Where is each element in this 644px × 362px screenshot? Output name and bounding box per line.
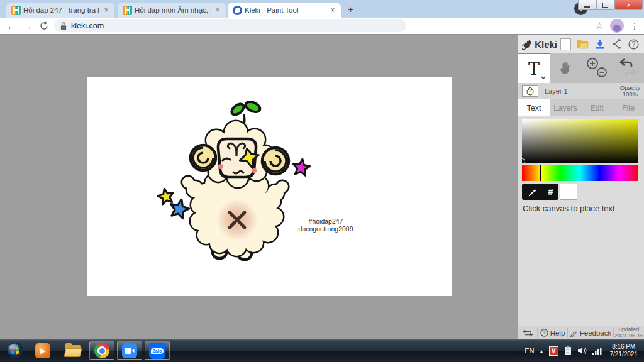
back-button[interactable]: ←	[5, 19, 18, 32]
help-label: Help	[550, 329, 565, 337]
explorer-folder-icon	[65, 345, 80, 356]
open-file-button[interactable]	[574, 36, 591, 52]
tab-title: Hỏi đáp 247 - trang tra loi	[23, 6, 99, 14]
opacity-value: 100%	[623, 90, 638, 97]
text-tool-letter: T	[528, 60, 540, 77]
forward-button[interactable]: →	[21, 19, 34, 32]
current-color-swatch[interactable]	[560, 184, 577, 200]
tab-separator	[116, 5, 116, 14]
tab-hoidap247[interactable]: Hỏi đáp 247 - trang tra loi ×	[6, 3, 114, 18]
hex-input-icon[interactable]: #	[548, 187, 553, 197]
updated-label: updated	[619, 326, 640, 332]
tab-edit[interactable]: Edit	[581, 99, 613, 116]
browser-menu-icon[interactable]: ⋮	[630, 21, 639, 31]
swap-ui-button[interactable]	[518, 329, 537, 337]
tool-row: T	[518, 53, 644, 83]
tab-close-icon[interactable]: ×	[213, 6, 222, 14]
window-controls: ×	[578, 0, 643, 10]
language-indicator[interactable]: EN	[525, 347, 534, 354]
eyedropper-icon[interactable]	[528, 187, 537, 197]
tab-title: Kleki - Paint Tool	[245, 6, 326, 14]
layer-thumbnail[interactable]	[522, 85, 538, 97]
drawing-canvas[interactable]: #hoidap247 docngoctrang2009	[87, 77, 452, 296]
zalo-taskbar-button[interactable]: Zalo	[145, 341, 170, 360]
help-circle-icon: ?	[540, 329, 548, 337]
tab-layers[interactable]: Layers	[550, 99, 581, 116]
updated-info: updated 2021-06-16	[614, 327, 644, 339]
kleki-logo-text: Kleki	[535, 39, 557, 50]
zoom-out-icon[interactable]	[597, 68, 606, 77]
hue-slider[interactable]	[522, 165, 638, 181]
media-player-button[interactable]: ▶	[30, 341, 55, 360]
sheep-drawing: #hoidap247 docngoctrang2009	[87, 77, 452, 296]
chrome-taskbar-button[interactable]	[89, 341, 114, 360]
tab-text[interactable]: Text	[518, 99, 550, 116]
share-button[interactable]	[608, 36, 625, 52]
layer-name: Layer 1	[545, 87, 620, 95]
address-bar[interactable]: kleki.com	[54, 19, 406, 32]
clock-date: 7/21/2021	[610, 351, 638, 358]
window-close-button[interactable]: ×	[614, 0, 643, 10]
speaker-icon[interactable]	[577, 346, 587, 355]
tab-kleki-active[interactable]: Kleki - Paint Tool ×	[228, 3, 341, 18]
zoom-app-icon	[122, 343, 137, 358]
vietkey-tray-icon[interactable]: V	[549, 346, 558, 356]
tab-close-icon[interactable]: ×	[102, 6, 111, 14]
undo-redo-button[interactable]	[613, 53, 644, 83]
window-minimize-button[interactable]	[578, 0, 596, 10]
canvas-caption-line1: #hoidap247	[309, 217, 343, 225]
reload-button[interactable]	[38, 19, 50, 32]
taskbar-clock[interactable]: 8:16 PM 7/21/2021	[608, 343, 641, 358]
close-icon: ×	[626, 1, 630, 9]
feedback-pencil-icon	[570, 329, 578, 337]
zoom-taskbar-button[interactable]	[117, 341, 142, 360]
kleki-header: Kleki ?	[518, 35, 644, 53]
bookmark-star-icon[interactable]: ☆	[596, 20, 604, 31]
help-button[interactable]: ?	[625, 36, 642, 52]
save-download-button[interactable]	[591, 36, 608, 52]
saturation-value-picker[interactable]	[522, 119, 638, 163]
tray-chevron-up-icon[interactable]: ▲	[540, 349, 544, 353]
share-icon	[612, 38, 622, 50]
text-tool-button[interactable]: T	[518, 53, 550, 83]
text-tool-hint: Click canvas to place text	[523, 204, 615, 213]
url-text: kleki.com	[71, 21, 104, 30]
maximize-icon	[602, 3, 608, 8]
layer-row[interactable]: Layer 1 Opacity 100%	[518, 83, 644, 99]
lock-icon	[60, 22, 67, 30]
zoom-in-icon[interactable]	[587, 58, 597, 69]
zalo-app-icon: Zalo	[149, 343, 165, 359]
new-image-button[interactable]	[557, 36, 574, 52]
undo-icon[interactable]	[621, 59, 631, 67]
feedback-label: Feedback	[580, 329, 612, 337]
tab-close-icon[interactable]: ×	[328, 6, 337, 14]
hand-tool-button[interactable]	[550, 53, 581, 83]
panel-tabs: Text Layers Edit File	[518, 99, 644, 116]
tab-hoidap-music[interactable]: Hỏi đáp môn Âm nhạc, Mỹ thuật ×	[118, 3, 226, 18]
chrome-icon	[94, 343, 109, 358]
hue-slider-marker[interactable]	[540, 165, 541, 181]
start-button[interactable]	[3, 341, 28, 360]
sv-picker-marker[interactable]	[519, 158, 525, 164]
zoom-tool-button[interactable]	[581, 53, 613, 83]
minimize-icon	[584, 6, 590, 8]
profile-avatar[interactable]	[610, 19, 624, 33]
layer-opacity: Opacity 100%	[620, 85, 640, 97]
help-footer-button[interactable]: ? Help	[538, 329, 567, 337]
kleki-logo[interactable]: Kleki	[518, 38, 557, 50]
download-icon	[595, 39, 605, 50]
redo-icon[interactable]	[626, 69, 636, 76]
explorer-button[interactable]	[60, 341, 86, 360]
swap-arrows-icon	[523, 329, 533, 337]
action-center-icon[interactable]	[564, 346, 572, 356]
chevron-down-icon	[541, 76, 546, 79]
tab-file[interactable]: File	[613, 99, 644, 116]
window-maximize-button[interactable]	[596, 0, 614, 10]
feedback-button[interactable]: Feedback	[568, 329, 613, 337]
new-tab-button[interactable]: +	[345, 4, 356, 14]
help-circle-icon: ?	[628, 39, 639, 50]
windows-start-orb-icon	[6, 342, 24, 359]
network-signal-icon[interactable]	[592, 347, 602, 355]
kleki-side-panel: Kleki ?	[518, 35, 644, 339]
hand-icon	[558, 60, 573, 75]
